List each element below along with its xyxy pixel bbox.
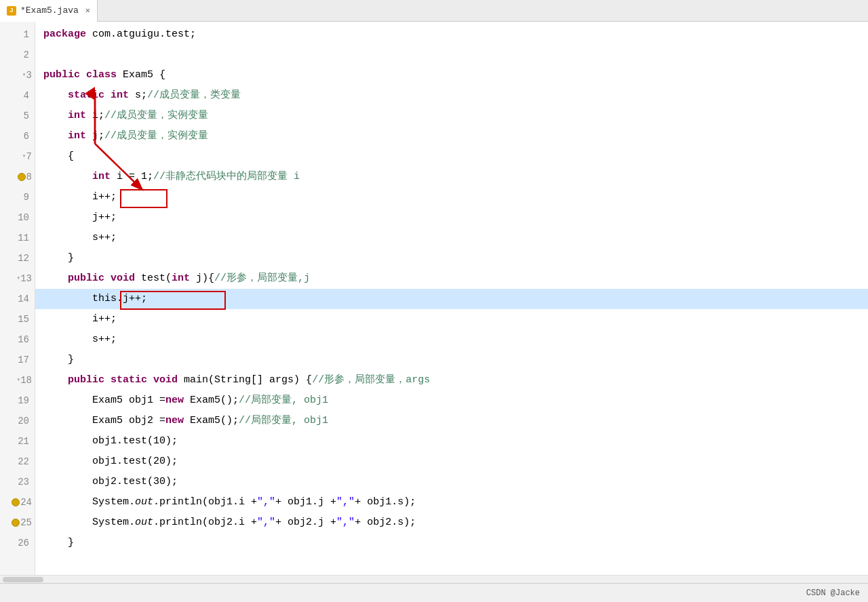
code-line-20: Exam5 obj2 = new Exam5();//局部变量, obj1 bbox=[35, 411, 868, 431]
line-num-1: 1 bbox=[0, 24, 35, 45]
line-num-16: 16 bbox=[0, 329, 35, 350]
code-line-4: static int s;//成员变量，类变量 bbox=[35, 85, 868, 106]
code-line-3: public class Exam5 { bbox=[35, 65, 868, 85]
code-line-12: } bbox=[35, 248, 868, 268]
line-num-22: 22 bbox=[0, 452, 35, 472]
line-num-10: 10 bbox=[0, 207, 35, 228]
code-line-17: } bbox=[35, 350, 868, 370]
line-num-2: 2 bbox=[0, 45, 35, 65]
code-line-6: int j;//成员变量，实例变量 bbox=[35, 126, 868, 146]
line-num-24: 24 bbox=[0, 492, 35, 513]
line-num-17: 17 bbox=[0, 350, 35, 370]
bottom-bar: CSDN @Jacke bbox=[0, 583, 868, 602]
line-num-21: 21 bbox=[0, 431, 35, 452]
code-line-1: package com.atguigu.test; bbox=[35, 24, 868, 45]
code-line-22: obj1.test(20); bbox=[35, 452, 868, 472]
line-num-14: 14 bbox=[0, 289, 35, 309]
horizontal-scrollbar[interactable] bbox=[0, 575, 868, 583]
editor-tab[interactable]: J *Exam5.java ✕ bbox=[0, 0, 98, 22]
line-num-12: 12 bbox=[0, 248, 35, 268]
code-line-2 bbox=[35, 45, 868, 65]
code-line-19: Exam5 obj1 = new Exam5();//局部变量, obj1 bbox=[35, 390, 868, 411]
code-line-21: obj1.test(10); bbox=[35, 431, 868, 452]
code-content: package com.atguigu.test; public class E… bbox=[35, 22, 868, 575]
tab-label: *Exam5.java bbox=[20, 5, 79, 16]
line-num-26: 26 bbox=[0, 533, 35, 553]
line-num-19: 19 bbox=[0, 390, 35, 411]
java-file-icon: J bbox=[7, 6, 16, 16]
code-line-18: public static void main(String[] args) {… bbox=[35, 370, 868, 390]
line-num-7: ▾7 bbox=[0, 146, 35, 167]
line-num-4: 4 bbox=[0, 85, 35, 106]
line-num-18: ▾18 bbox=[0, 370, 35, 390]
line-num-23: 23 bbox=[0, 472, 35, 492]
line-num-6: 6 bbox=[0, 126, 35, 146]
close-icon[interactable]: ✕ bbox=[85, 5, 90, 16]
tab-bar: J *Exam5.java ✕ bbox=[0, 0, 868, 22]
code-line-8: int i = 1;//非静态代码块中的局部变量 i bbox=[35, 167, 868, 187]
line-num-3: ▾3 bbox=[0, 65, 35, 85]
line-num-11: 11 bbox=[0, 228, 35, 248]
code-line-15: i++; bbox=[35, 309, 868, 329]
code-line-9: i++; bbox=[35, 187, 868, 207]
line-numbers: 1 2 ▾3 4 5 6 ▾7 8 9 10 11 12 ▾13 14 15 1… bbox=[0, 22, 35, 575]
code-line-13: public void test(int j){//形参，局部变量,j bbox=[35, 268, 868, 289]
line-num-15: 15 bbox=[0, 309, 35, 329]
code-line-26: } bbox=[35, 533, 868, 553]
code-line-14: this.j++; bbox=[35, 289, 868, 309]
code-line-5: int i;//成员变量，实例变量 bbox=[35, 106, 868, 126]
line-num-5: 5 bbox=[0, 106, 35, 126]
line-num-8: 8 bbox=[0, 167, 35, 187]
code-line-10: j++; bbox=[35, 207, 868, 228]
code-line-24: System.out.println(obj1.i + "," + obj1.j… bbox=[35, 492, 868, 513]
line-num-25: 25 bbox=[0, 513, 35, 533]
brand-label: CSDN @Jacke bbox=[806, 588, 860, 598]
code-line-16: s++; bbox=[35, 329, 868, 350]
line-num-20: 20 bbox=[0, 411, 35, 431]
editor-window: J *Exam5.java ✕ 1 2 ▾3 4 5 6 ▾7 8 9 10 1… bbox=[0, 0, 868, 602]
scrollbar-thumb[interactable] bbox=[3, 577, 43, 582]
code-line-11: s++; bbox=[35, 228, 868, 248]
code-line-25: System.out.println(obj2.i + "," + obj2.j… bbox=[35, 513, 868, 533]
code-area: 1 2 ▾3 4 5 6 ▾7 8 9 10 11 12 ▾13 14 15 1… bbox=[0, 22, 868, 575]
code-line-7: { bbox=[35, 146, 868, 167]
code-line-23: obj2.test(30); bbox=[35, 472, 868, 492]
line-num-13: ▾13 bbox=[0, 268, 35, 289]
line-num-9: 9 bbox=[0, 187, 35, 207]
